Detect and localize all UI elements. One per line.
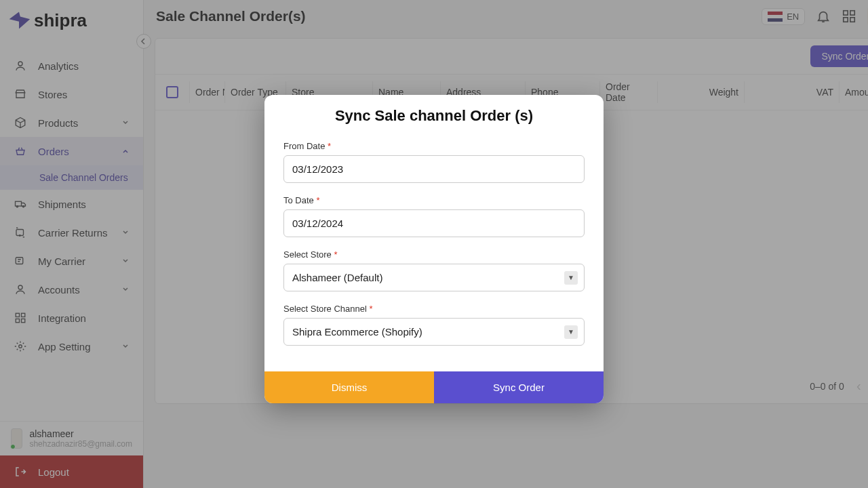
store-select[interactable] (283, 264, 585, 291)
to-date-label: To Date * (283, 195, 585, 205)
store-label: Select Store * (283, 249, 585, 260)
modal-overlay[interactable]: Sync Sale channel Order (s) From Date * … (0, 0, 868, 488)
channel-select[interactable] (283, 318, 585, 346)
dismiss-button[interactable]: Dismiss (264, 371, 434, 403)
sync-order-modal: Sync Sale channel Order (s) From Date * … (264, 95, 604, 403)
from-date-label: From Date * (283, 141, 585, 151)
modal-sync-button[interactable]: Sync Order (434, 371, 604, 403)
from-date-input[interactable] (283, 155, 585, 183)
channel-label: Select Store Channel * (283, 304, 585, 314)
modal-title: Sync Sale channel Order (s) (264, 95, 604, 141)
to-date-input[interactable] (283, 209, 585, 237)
